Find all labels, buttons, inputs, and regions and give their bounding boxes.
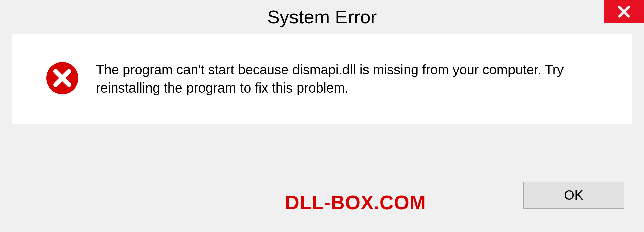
error-message: The program can't start because dismapi.… [96, 61, 619, 97]
title-bar: System Error [0, 0, 644, 34]
content-panel: The program can't start because dismapi.… [12, 34, 632, 124]
dialog-title: System Error [267, 6, 377, 28]
footer: DLL-BOX.COM OK [0, 172, 644, 232]
close-button[interactable] [604, 0, 644, 23]
ok-button[interactable]: OK [523, 182, 624, 209]
close-icon [617, 5, 631, 18]
error-icon [46, 61, 79, 96]
watermark-text: DLL-BOX.COM [285, 191, 426, 214]
